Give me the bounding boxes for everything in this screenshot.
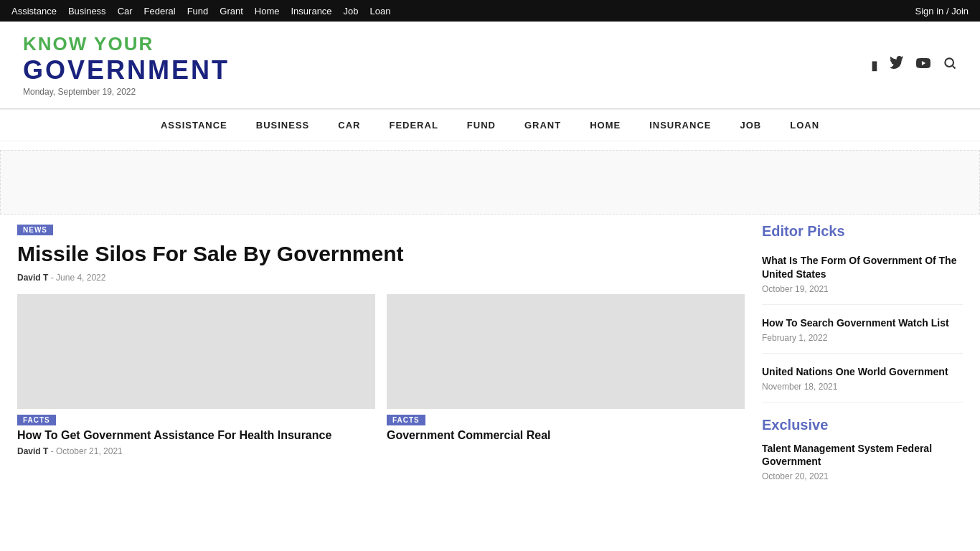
- nav-home[interactable]: HOME: [590, 120, 621, 131]
- card-1-date: October 21, 2021: [56, 446, 123, 456]
- main-article-title[interactable]: Missile Silos For Sale By Government: [17, 241, 745, 267]
- main-article-meta: David T - June 4, 2022: [17, 273, 745, 283]
- main-article: NEWS Missile Silos For Sale By Governmen…: [17, 223, 745, 283]
- card-1-dash: -: [51, 446, 56, 456]
- facebook-icon[interactable]: ▮: [871, 57, 878, 73]
- card-2-image: [387, 294, 745, 409]
- sidebar: Editor Picks What Is The Form Of Governm…: [762, 223, 963, 503]
- card-2-title[interactable]: Government Commercial Real: [387, 428, 745, 443]
- editor-pick-2-title[interactable]: How To Search Government Watch List: [762, 316, 963, 330]
- editor-pick-1-title[interactable]: What Is The Form Of Government Of The Un…: [762, 254, 963, 281]
- svg-line-1: [953, 66, 956, 69]
- main-nav: ASSISTANCE BUSINESS CAR FEDERAL FUND GRA…: [0, 109, 980, 141]
- social-icons: ▮: [871, 56, 957, 74]
- card-1-title[interactable]: How To Get Government Assistance For Hea…: [17, 428, 375, 443]
- card-1-image: [17, 294, 375, 409]
- cards-row: FACTS How To Get Government Assistance F…: [17, 294, 745, 456]
- nav-loan[interactable]: LOAN: [790, 120, 819, 131]
- topbar-link-federal[interactable]: Federal: [144, 6, 176, 17]
- topbar-link-home[interactable]: Home: [255, 6, 280, 17]
- logo-government: GOVERNMENT: [23, 55, 230, 85]
- editor-pick-3: United Nations One World Government Nove…: [762, 365, 963, 402]
- content-area: NEWS Missile Silos For Sale By Governmen…: [0, 223, 980, 503]
- topbar-link-loan[interactable]: Loan: [370, 6, 391, 17]
- card-1-meta: David T - October 21, 2021: [17, 446, 375, 456]
- topbar-link-grant[interactable]: Grant: [220, 6, 243, 17]
- top-bar-links: Assistance Business Car Federal Fund Gra…: [11, 6, 390, 17]
- nav-grant[interactable]: GRANT: [524, 120, 561, 131]
- editor-pick-2: How To Search Government Watch List Febr…: [762, 316, 963, 354]
- nav-fund[interactable]: FUND: [467, 120, 496, 131]
- topbar-link-job[interactable]: Job: [344, 6, 359, 17]
- exclusive-item-1-date: October 20, 2021: [762, 471, 963, 481]
- editor-picks-title: Editor Picks: [762, 223, 963, 242]
- nav-job[interactable]: JOB: [740, 120, 761, 131]
- ad-banner: [0, 150, 980, 215]
- editor-pick-1: What Is The Form Of Government Of The Un…: [762, 254, 963, 305]
- editor-pick-2-date: February 1, 2022: [762, 333, 963, 343]
- topbar-link-fund[interactable]: Fund: [187, 6, 209, 17]
- nav-business[interactable]: BUSINESS: [256, 120, 309, 131]
- news-badge: NEWS: [17, 225, 53, 235]
- topbar-link-insurance[interactable]: Insurance: [291, 6, 332, 17]
- editor-pick-3-date: November 18, 2021: [762, 382, 963, 392]
- exclusive-item-1: Talent Management System Federal Governm…: [762, 442, 963, 492]
- card-2: FACTS Government Commercial Real: [387, 294, 745, 456]
- nav-federal[interactable]: FEDERAL: [389, 120, 438, 131]
- topbar-link-car[interactable]: Car: [118, 6, 133, 17]
- topbar-link-assistance[interactable]: Assistance: [11, 6, 57, 17]
- youtube-icon[interactable]: [915, 56, 931, 74]
- nav-assistance[interactable]: ASSISTANCE: [161, 120, 227, 131]
- card-1-author: David T: [17, 446, 48, 456]
- exclusive-item-1-title[interactable]: Talent Management System Federal Governm…: [762, 442, 963, 469]
- card-1-badge: FACTS: [17, 415, 56, 425]
- logo[interactable]: KNOW YOUR GOVERNMENT Monday, September 1…: [23, 33, 230, 97]
- editor-pick-3-title[interactable]: United Nations One World Government: [762, 365, 963, 379]
- topbar-link-business[interactable]: Business: [68, 6, 106, 17]
- main-article-dash: -: [51, 273, 56, 283]
- nav-car[interactable]: CAR: [338, 120, 360, 131]
- main-column: NEWS Missile Silos For Sale By Governmen…: [17, 223, 745, 503]
- search-icon[interactable]: [943, 56, 957, 74]
- card-1: FACTS How To Get Government Assistance F…: [17, 294, 375, 456]
- exclusive-title: Exclusive: [762, 417, 963, 433]
- header-date: Monday, September 19, 2022: [23, 87, 230, 97]
- nav-insurance[interactable]: INSURANCE: [649, 120, 711, 131]
- logo-know-your: KNOW YOUR: [23, 33, 230, 55]
- main-article-date: June 4, 2022: [56, 273, 105, 283]
- card-2-badge: FACTS: [387, 415, 425, 425]
- main-article-author: David T: [17, 273, 48, 283]
- editor-pick-1-date: October 19, 2021: [762, 284, 963, 294]
- svg-point-0: [945, 58, 953, 67]
- top-bar: Assistance Business Car Federal Fund Gra…: [0, 0, 980, 22]
- twitter-icon[interactable]: [890, 56, 904, 74]
- site-header: KNOW YOUR GOVERNMENT Monday, September 1…: [0, 22, 980, 108]
- sign-in-link[interactable]: Sign in / Join: [915, 6, 969, 17]
